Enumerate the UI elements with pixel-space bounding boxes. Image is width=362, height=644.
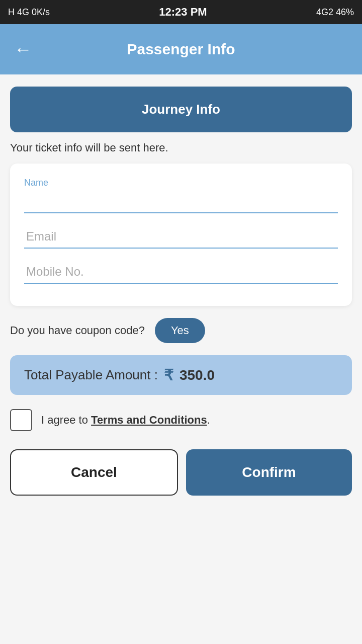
terms-link[interactable]: Terms and Conditions	[91, 414, 207, 426]
coupon-row: Do you have coupon code? Yes	[10, 318, 352, 343]
terms-row: I agree to Terms and Conditions.	[10, 409, 352, 431]
total-payable-section: Total Payable Amount : ₹ 350.0	[10, 355, 352, 395]
status-bar-left: H 4G 0K/s	[8, 7, 50, 18]
email-input[interactable]	[24, 225, 338, 249]
name-label: Name	[24, 178, 338, 188]
header: ← Passenger Info	[0, 24, 362, 74]
mobile-field-group	[24, 261, 338, 284]
name-input[interactable]	[24, 190, 338, 213]
terms-text: I agree to Terms and Conditions.	[41, 414, 210, 427]
total-amount: 350.0	[179, 367, 215, 383]
rupee-icon: ₹	[164, 366, 173, 384]
coupon-label: Do you have coupon code?	[10, 324, 145, 337]
name-field-group: Name	[24, 178, 338, 213]
status-bar: H 4G 0K/s 12:23 PM 4G2 46%	[0, 0, 362, 24]
status-bar-time: 12:23 PM	[159, 6, 207, 19]
mobile-input[interactable]	[24, 261, 338, 284]
cancel-button[interactable]: Cancel	[10, 449, 178, 496]
confirm-button[interactable]: Confirm	[186, 449, 352, 496]
terms-checkbox[interactable]	[10, 409, 32, 431]
status-bar-right: 4G2 46%	[316, 7, 354, 18]
total-payable-label: Total Payable Amount :	[24, 367, 158, 383]
main-content: Journey Info Your ticket info will be se…	[0, 74, 362, 508]
journey-info-button[interactable]: Journey Info	[10, 87, 352, 132]
coupon-yes-button[interactable]: Yes	[155, 318, 205, 343]
passenger-form-card: Name	[10, 164, 352, 306]
form-subtitle: Your ticket info will be sent here.	[10, 141, 352, 154]
back-button[interactable]: ←	[10, 35, 36, 64]
page-title: Passenger Info	[127, 41, 235, 58]
action-buttons-row: Cancel Confirm	[10, 449, 352, 496]
email-field-group	[24, 225, 338, 249]
